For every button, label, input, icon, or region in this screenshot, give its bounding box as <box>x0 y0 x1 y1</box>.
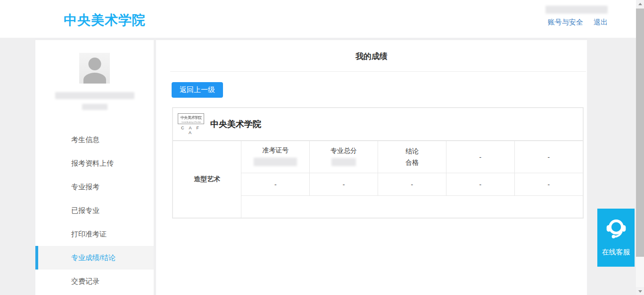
scroll-down-arrow-icon[interactable] <box>636 287 644 295</box>
score-card: 中央美术学院 Central Academy of Fine Arts C A … <box>172 107 584 219</box>
back-button[interactable]: 返回上一级 <box>172 82 223 98</box>
total-score-cell: 专业总分 <box>310 141 378 173</box>
score-table: 造型艺术 准考证号 专业总分 结论 合格 - - - - - <box>173 141 583 218</box>
score-cell: - <box>241 173 310 196</box>
sidebar-item-scores-results[interactable]: 专业成绩/结论 <box>35 246 154 270</box>
empty-header-cell: - <box>446 141 514 173</box>
top-header: 中央美术学院 账号与安全 退出 <box>0 0 636 38</box>
sidebar-item-applied-majors[interactable]: 已报专业 <box>35 199 154 222</box>
cafa-logo-subtitle: Central Academy of Fine Arts <box>182 121 200 123</box>
empty-header-cell: - <box>514 141 583 173</box>
avatar <box>79 53 110 84</box>
score-cell: - <box>514 173 583 196</box>
sidebar-item-material-upload[interactable]: 报考资料上传 <box>35 152 154 175</box>
page-title: 我的成绩 <box>156 40 587 62</box>
sidebar: 考生信息 报考资料上传 专业报考 已报专业 打印准考证 专业成绩/结论 交费记录 <box>35 40 154 295</box>
score-card-header: 中央美术学院 Central Academy of Fine Arts C A … <box>173 108 583 141</box>
sidebar-item-candidate-info[interactable]: 考生信息 <box>35 128 154 152</box>
scroll-up-arrow-icon[interactable] <box>636 0 644 8</box>
exam-number-label: 准考证号 <box>241 146 309 155</box>
total-score-label: 专业总分 <box>310 147 378 155</box>
candidate-name-redacted-2 <box>82 104 107 110</box>
cafa-logo-letters: C A F A <box>178 126 204 135</box>
online-service-label: 在线客服 <box>597 248 635 257</box>
candidate-name-redacted <box>55 92 134 99</box>
cafa-logo-icon: 中央美术学院 Central Academy of Fine Arts C A … <box>178 113 204 135</box>
sidebar-menu: 考生信息 报考资料上传 专业报考 已报专业 打印准考证 专业成绩/结论 交费记录 <box>35 128 154 293</box>
header-links: 账号与安全 退出 <box>545 18 608 27</box>
cafa-logo-box: 中央美术学院 Central Academy of Fine Arts <box>178 113 204 124</box>
cafa-logo-calligraphy: 中央美术学院 <box>180 115 202 121</box>
avatar-body-icon <box>83 73 106 84</box>
avatar-head-icon <box>88 58 101 70</box>
result-label: 结论 <box>378 147 446 156</box>
sidebar-item-major-apply[interactable]: 专业报考 <box>35 175 154 199</box>
result-value: 合格 <box>378 159 446 167</box>
sidebar-item-payment-records[interactable]: 交费记录 <box>35 270 154 293</box>
logout-link[interactable]: 退出 <box>594 18 608 26</box>
exam-number-cell: 准考证号 <box>241 141 310 173</box>
vertical-scrollbar[interactable] <box>636 0 644 295</box>
school-name: 中央美术学院 <box>210 118 261 130</box>
empty-footer-cell <box>241 196 583 218</box>
major-name-cell: 造型艺术 <box>173 141 241 218</box>
headset-icon <box>604 217 628 241</box>
online-service-button[interactable]: 在线客服 <box>597 209 635 267</box>
sidebar-item-print-ticket[interactable]: 打印准考证 <box>35 222 154 246</box>
score-cell: - <box>378 173 446 196</box>
scrollbar-thumb[interactable] <box>636 8 644 257</box>
total-score-value-redacted <box>331 158 356 166</box>
score-cell: - <box>446 173 514 196</box>
title-divider <box>170 71 586 72</box>
score-cell: - <box>310 173 378 196</box>
main-panel: 我的成绩 返回上一级 中央美术学院 Central Academy of Fin… <box>156 40 587 295</box>
site-logo: 中央美术学院 <box>64 11 146 29</box>
result-cell: 结论 合格 <box>378 141 446 173</box>
account-security-link[interactable]: 账号与安全 <box>548 18 583 26</box>
user-name-redacted <box>545 6 608 14</box>
exam-number-value-redacted <box>254 158 297 166</box>
